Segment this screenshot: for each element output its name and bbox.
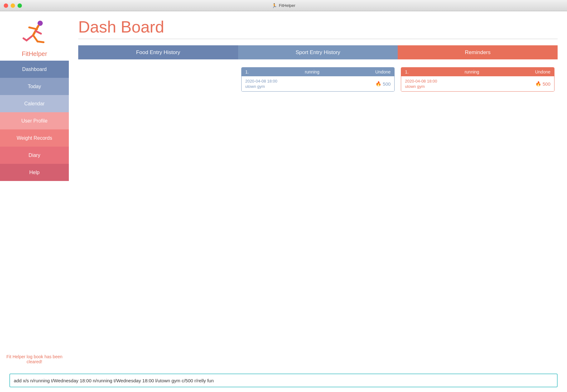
app-logo-svg xyxy=(19,18,50,49)
reminder-card-0: 1. running Undone 2020-04-08 18:00 utown… xyxy=(401,67,554,92)
sidebar-item-dashboard[interactable]: Dashboard xyxy=(0,61,69,78)
close-button[interactable] xyxy=(4,3,8,8)
sidebar-item-diary[interactable]: Diary xyxy=(0,147,69,164)
sport-entry-name-0: running xyxy=(305,69,319,74)
panel-reminders: 1. running Undone 2020-04-08 18:00 utown… xyxy=(398,67,558,370)
tab-reminders[interactable]: Reminders xyxy=(398,45,558,59)
svg-line-6 xyxy=(33,35,38,42)
reminder-status-0: Undone xyxy=(535,69,550,74)
content-panels: 1. running Undone 2020-04-08 18:00 utown… xyxy=(78,67,558,370)
reminder-body-0: 2020-04-08 18:00 utown gym 🔥 500 xyxy=(401,76,554,91)
svg-line-5 xyxy=(23,38,27,41)
sport-entry-location-0: utown gym xyxy=(245,84,278,89)
sidebar-item-help[interactable]: Help xyxy=(0,164,69,181)
svg-line-2 xyxy=(29,28,37,29)
sport-entry-status-0: Undone xyxy=(375,69,391,74)
sport-entry-number-0: 1. xyxy=(245,69,249,74)
svg-line-4 xyxy=(27,35,33,41)
titlebar: 🏃 FitHelper xyxy=(0,0,567,11)
svg-line-3 xyxy=(36,31,41,33)
reminder-header-0: 1. running Undone xyxy=(401,68,554,76)
reminder-datetime-0: 2020-04-08 18:00 xyxy=(405,79,437,83)
app-title-text: FitHelper xyxy=(279,3,295,8)
main-window: FitHelper Dashboard Today Calendar User … xyxy=(0,11,567,392)
reminder-name-0: running xyxy=(465,69,479,74)
app-body: FitHelper Dashboard Today Calendar User … xyxy=(0,11,567,370)
maximize-button[interactable] xyxy=(18,3,22,8)
reminder-number-0: 1. xyxy=(405,69,409,74)
sidebar-logo-area: FitHelper xyxy=(0,11,69,61)
sidebar-footer-message: Fit Helper log book has been cleared! xyxy=(0,348,69,370)
tab-sport-entry-history[interactable]: Sport Entry History xyxy=(238,45,398,59)
window-controls xyxy=(4,3,22,8)
sidebar-app-name: FitHelper xyxy=(22,50,47,58)
sidebar-item-weight-records[interactable]: Weight Records xyxy=(0,129,69,147)
reminder-location-0: utown gym xyxy=(405,84,437,89)
tab-headers: Food Entry History Sport Entry History R… xyxy=(78,45,558,59)
window-title: 🏃 FitHelper xyxy=(272,3,295,8)
command-bar xyxy=(0,370,567,392)
sport-entry-card-0: 1. running Undone 2020-04-08 18:00 utown… xyxy=(241,67,395,92)
svg-line-7 xyxy=(38,42,43,43)
minimize-button[interactable] xyxy=(11,3,15,8)
sport-entry-details-0: 2020-04-08 18:00 utown gym xyxy=(245,79,278,89)
panel-sport-entry-history: 1. running Undone 2020-04-08 18:00 utown… xyxy=(238,67,398,370)
sidebar-nav: Dashboard Today Calendar User Profile We… xyxy=(0,61,69,181)
sport-entry-calories-0: 🔥 500 xyxy=(375,81,391,87)
reminder-details-0: 2020-04-08 18:00 utown gym xyxy=(405,79,437,89)
page-title: Dash Board xyxy=(78,18,558,36)
title-divider xyxy=(78,39,558,39)
flame-icon-reminder: 🔥 xyxy=(535,81,541,87)
sidebar-item-calendar[interactable]: Calendar xyxy=(0,95,69,112)
sidebar-item-user-profile[interactable]: User Profile xyxy=(0,112,69,129)
sport-entry-header-0: 1. running Undone xyxy=(242,68,395,76)
command-input[interactable] xyxy=(9,374,558,387)
sport-entry-datetime-0: 2020-04-08 18:00 xyxy=(245,79,278,83)
reminder-calories-0: 🔥 500 xyxy=(535,81,550,87)
main-content: Dash Board Food Entry History Sport Entr… xyxy=(69,11,567,370)
sidebar-item-today[interactable]: Today xyxy=(0,78,69,95)
panel-food-entry-history xyxy=(78,67,238,370)
sport-entry-body-0: 2020-04-08 18:00 utown gym 🔥 500 xyxy=(242,76,395,91)
flame-icon: 🔥 xyxy=(375,81,381,87)
app-title-icon: 🏃 xyxy=(272,3,277,8)
tab-food-entry-history[interactable]: Food Entry History xyxy=(78,45,238,59)
sidebar: FitHelper Dashboard Today Calendar User … xyxy=(0,11,69,370)
